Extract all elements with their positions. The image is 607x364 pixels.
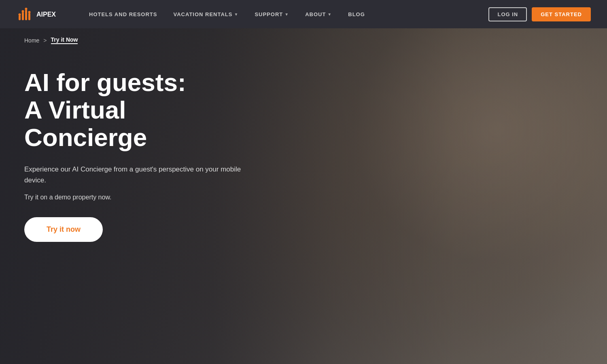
login-button[interactable]: LOG IN — [488, 7, 527, 21]
main-nav: AIPEX HOTELS AND RESORTS VACATION RENTAL… — [0, 0, 607, 28]
breadcrumb-separator: > — [43, 37, 47, 44]
svg-point-4 — [19, 13, 21, 16]
svg-point-6 — [25, 8, 28, 10]
logo[interactable]: AIPEX — [16, 6, 65, 23]
svg-point-7 — [28, 11, 31, 13]
nav-support[interactable]: SUPPORT ▼ — [255, 11, 289, 17]
nav-hotels-resorts[interactable]: HOTELS AND RESORTS — [89, 11, 157, 17]
svg-point-5 — [22, 10, 24, 13]
hero-title: AI for guests: A Virtual Concierge — [24, 69, 259, 152]
svg-rect-1 — [22, 12, 24, 20]
breadcrumb: Home > Try it Now — [24, 36, 78, 44]
vacation-rentals-chevron: ▼ — [234, 12, 238, 17]
svg-rect-0 — [19, 15, 21, 20]
hero-subtitle: Experience our AI Concierge from a guest… — [24, 164, 259, 186]
nav-links: HOTELS AND RESORTS VACATION RENTALS ▼ SU… — [89, 11, 488, 17]
breadcrumb-home[interactable]: Home — [24, 37, 39, 44]
nav-actions: LOG IN GET STARTED — [488, 7, 591, 21]
hero-demo-text: Try it on a demo property now. — [24, 194, 259, 201]
hero-title-line2: A Virtual — [24, 96, 126, 124]
svg-text:AIPEX: AIPEX — [36, 11, 56, 18]
logo-icon — [16, 6, 33, 23]
try-it-now-button[interactable]: Try it now — [24, 217, 103, 242]
nav-about[interactable]: ABOUT ▼ — [305, 11, 332, 17]
support-chevron: ▼ — [284, 12, 289, 17]
svg-rect-2 — [25, 10, 27, 20]
hero-title-line1: AI for guests: — [24, 68, 186, 96]
nav-blog[interactable]: BLOG — [348, 11, 365, 17]
nav-vacation-rentals[interactable]: VACATION RENTALS ▼ — [173, 11, 238, 17]
svg-rect-3 — [28, 13, 30, 20]
hero-title-line3: Concierge — [24, 123, 147, 151]
logo-text-icon: AIPEX — [36, 11, 65, 18]
hero-content: AI for guests: A Virtual Concierge Exper… — [24, 69, 259, 242]
about-chevron: ▼ — [327, 12, 332, 17]
breadcrumb-current: Try it Now — [51, 36, 78, 44]
get-started-button[interactable]: GET STARTED — [532, 7, 591, 21]
